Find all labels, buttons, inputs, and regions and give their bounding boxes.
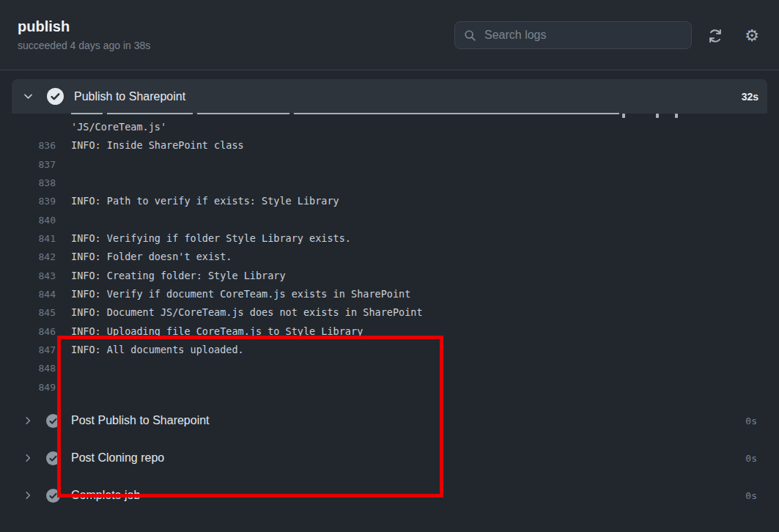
line-number: 845 <box>0 303 56 322</box>
chevron-right-icon[interactable] <box>22 415 34 426</box>
log-text: INFO: Verify if document CoreTeam.js exi… <box>56 285 410 303</box>
step-duration: 0s <box>745 453 757 464</box>
chevron-down-icon[interactable] <box>22 91 34 102</box>
check-circle-icon <box>46 489 60 503</box>
log-text: INFO: Verifying if folder Style Library … <box>56 229 351 248</box>
log-lines: 'JS/CoreTeam.js' 836 INFO: Inside ShareP… <box>0 118 779 396</box>
step-label: Post Publish to Sharepoint <box>71 414 745 427</box>
gear-icon[interactable]: ⚙ <box>741 25 763 47</box>
chevron-right-icon[interactable] <box>22 490 34 500</box>
line-number: 844 <box>0 285 56 303</box>
line-number: 847 <box>0 341 56 359</box>
steps-list: Publish to Sharepoint 32s 'JS/Cor <box>0 70 779 509</box>
check-circle-icon <box>47 88 64 105</box>
log-line: 848 <box>0 359 779 377</box>
log-text: 'JS/CoreTeam.js' <box>56 118 166 136</box>
search-icon <box>464 29 476 42</box>
log-text: INFO: Path to verify if exists: Style Li… <box>56 192 339 210</box>
log-text: INFO: Folder doesn't exist. <box>56 248 232 266</box>
step-label: Post Cloning repo <box>71 451 745 465</box>
log-text <box>56 211 71 229</box>
log-text: INFO: Document JS/CoreTeam.js does not e… <box>56 303 423 322</box>
job-header: publish succeeded 4 days ago in 38s ⚙ <box>0 0 779 70</box>
step-row[interactable]: Post Cloning repo 0s <box>0 445 779 471</box>
step-row[interactable]: Complete job 0s <box>0 482 779 509</box>
line-number: 842 <box>0 248 56 266</box>
line-number: 840 <box>0 211 56 229</box>
log-text: INFO: All documents uploaded. <box>56 341 244 359</box>
chevron-right-icon[interactable] <box>22 453 34 463</box>
log-line: 849 <box>0 378 779 396</box>
log-line: 836 INFO: Inside SharePoint class <box>0 136 779 155</box>
log-output: 'JS/CoreTeam.js' 836 INFO: Inside ShareP… <box>0 114 779 396</box>
log-line: 847 INFO: All documents uploaded. <box>0 341 779 359</box>
line-number: 837 <box>0 155 56 174</box>
log-line: 840 <box>0 211 779 229</box>
collapsed-steps: Post Publish to Sharepoint 0s <box>0 407 779 509</box>
step-duration: 32s <box>742 91 758 103</box>
step-label: Complete job <box>71 489 745 502</box>
log-line: 843 INFO: Creating folder: Style Library <box>0 267 779 285</box>
log-line: 846 INFO: Uploading file CoreTeam.js to … <box>0 322 779 341</box>
log-line: 'JS/CoreTeam.js' <box>0 118 779 136</box>
line-number <box>0 118 56 136</box>
log-text <box>56 155 71 174</box>
search-box[interactable] <box>454 21 692 49</box>
log-text: INFO: Creating folder: Style Library <box>56 267 286 285</box>
actions-log-viewer: publish succeeded 4 days ago in 38s ⚙ <box>0 0 779 532</box>
job-title: publish <box>18 18 70 35</box>
line-number: 843 <box>0 267 56 285</box>
log-text: INFO: Inside SharePoint class <box>56 136 244 155</box>
log-line: 837 <box>0 155 779 174</box>
log-line: 844 INFO: Verify if document CoreTeam.js… <box>0 285 779 303</box>
step-duration: 0s <box>745 490 757 501</box>
step-label: Publish to Sharepoint <box>74 90 742 103</box>
job-status-text: succeeded 4 days ago in 38s <box>18 40 150 51</box>
line-number: 839 <box>0 192 56 210</box>
log-line: 841 INFO: Verifying if folder Style Libr… <box>0 229 779 248</box>
line-number: 838 <box>0 174 56 192</box>
log-text <box>56 378 71 396</box>
check-circle-icon <box>46 414 60 428</box>
line-number: 846 <box>0 322 56 341</box>
line-number: 848 <box>0 359 56 377</box>
log-text <box>56 359 71 377</box>
log-line: 838 <box>0 174 779 192</box>
log-text <box>56 174 71 192</box>
log-line: 845 INFO: Document JS/CoreTeam.js does n… <box>0 303 779 322</box>
log-line: 839 INFO: Path to verify if exists: Styl… <box>0 192 779 210</box>
step-row[interactable]: Post Publish to Sharepoint 0s <box>0 407 779 434</box>
step-header-publish-to-sharepoint[interactable]: Publish to Sharepoint 32s <box>12 79 767 114</box>
clipped-log-line <box>71 110 701 117</box>
line-number: 849 <box>0 378 56 396</box>
log-line: 842 INFO: Folder doesn't exist. <box>0 248 779 266</box>
check-circle-icon <box>46 451 60 465</box>
refresh-icon[interactable] <box>704 25 726 47</box>
line-number: 836 <box>0 136 56 155</box>
log-text: INFO: Uploading file CoreTeam.js to Styl… <box>56 322 363 341</box>
step-duration: 0s <box>745 415 757 426</box>
search-input[interactable] <box>483 28 682 43</box>
line-number: 841 <box>0 229 56 248</box>
